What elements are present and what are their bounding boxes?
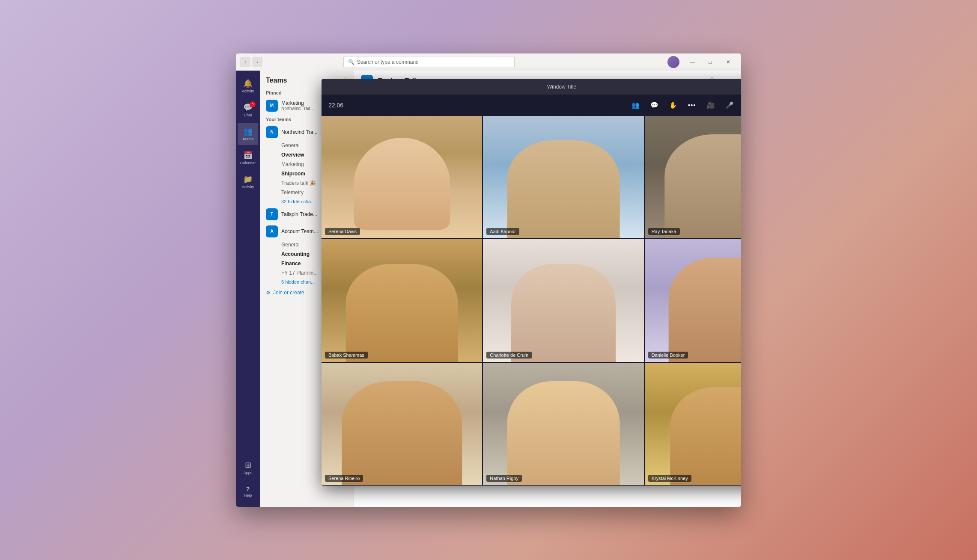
- calendar-label: Calendar: [240, 161, 256, 165]
- join-label: Join or create: [273, 290, 304, 296]
- video-cell-3: Babak Shammas: [322, 239, 482, 362]
- avatar[interactable]: [667, 56, 679, 68]
- sidebar-item-help[interactable]: ? Help: [238, 480, 258, 503]
- teams-label: Teams: [242, 137, 254, 141]
- files-icon: 📁: [243, 175, 253, 184]
- call-actions: 👥 💬 ✋ ••• 🎥 🎤 📤 📞 Leave: [628, 98, 741, 113]
- video-cell-5: Danielle Booker: [645, 239, 741, 362]
- apps-icon: ⊞: [245, 460, 251, 470]
- title-bar-nav: ‹ ›: [240, 57, 262, 67]
- team-name-account: Account Team...: [281, 228, 318, 234]
- search-placeholder: Search or type a command: [357, 59, 419, 65]
- activity-icon: 🔔: [243, 79, 253, 88]
- title-bar: ‹ › 🔍 Search or type a command — □ ✕: [236, 53, 741, 71]
- participant-name-3: Babak Shammas: [325, 352, 368, 359]
- help-label: Help: [244, 493, 252, 498]
- team-avatar-northwind: N: [266, 126, 278, 138]
- left-rail: 🔔 Activity 💬 Chat 5 👥 Teams 📅 Calendar 📁…: [236, 71, 260, 507]
- chat-label: Chat: [244, 113, 252, 117]
- video-cell-8: Krystal McKinney: [645, 363, 741, 486]
- video-cell-7: Nathan Rigby: [483, 363, 643, 486]
- participant-name-7: Nathan Rigby: [486, 475, 522, 482]
- camera-button[interactable]: 🎥: [703, 98, 718, 113]
- mic-button[interactable]: 🎤: [722, 98, 737, 113]
- video-call-overlay: Window Title — □ ✕ 22:06 👥 💬 ✋ ••• 🎥 🎤 📤…: [322, 79, 741, 486]
- maximize-button[interactable]: □: [702, 56, 719, 68]
- chat-badge: 5: [250, 101, 256, 107]
- sidebar-item-chat[interactable]: 💬 Chat 5: [238, 99, 258, 121]
- close-button[interactable]: ✕: [720, 56, 737, 68]
- calendar-icon: 📅: [243, 151, 253, 160]
- back-button[interactable]: ‹: [240, 57, 250, 67]
- call-toolbar: 22:06 👥 💬 ✋ ••• 🎥 🎤 📤 📞 Leave: [322, 95, 741, 116]
- team-avatar-marketing: M: [266, 100, 278, 112]
- team-avatar-account: A: [266, 225, 278, 237]
- search-icon: 🔍: [348, 59, 354, 65]
- window-controls: — □ ✕: [667, 56, 737, 68]
- participant-name-2: Ray Tanaka: [648, 228, 680, 235]
- team-name-marketing: Marketing: [281, 100, 314, 106]
- team-name-northwind: Northwind Tra...: [281, 129, 318, 135]
- sidebar-item-calendar[interactable]: 📅 Calendar: [238, 147, 258, 169]
- video-cell-2: Ray Tanaka: [645, 116, 741, 239]
- people-button[interactable]: 👥: [628, 98, 643, 113]
- sidebar-title: Teams: [266, 77, 287, 84]
- join-icon: ⚙: [266, 290, 271, 296]
- video-title-bar: Window Title — □ ✕: [322, 79, 741, 95]
- activity-label: Activity: [242, 89, 254, 93]
- teams-window: ‹ › 🔍 Search or type a command — □ ✕ 🔔 A…: [236, 53, 741, 507]
- rail-bottom: ⊞ Apps ? Help: [238, 456, 258, 507]
- teams-icon: 👥: [243, 127, 253, 136]
- video-grid: Serena Davis Aadi Kapoor Ray Tanaka Baba…: [322, 116, 741, 486]
- team-sub-marketing: Northwind Trad...: [281, 106, 314, 111]
- files-label: Activity: [242, 185, 254, 189]
- video-window-title: Window Title: [361, 84, 741, 90]
- participant-name-0: Serena Davis: [325, 228, 360, 235]
- share-button[interactable]: 📤: [741, 98, 741, 113]
- video-cell-6: Serena Ribeiro: [322, 363, 482, 486]
- minimize-button[interactable]: —: [684, 56, 701, 68]
- call-time: 22:06: [328, 102, 343, 109]
- video-cell-4: Charlotte de Crum: [483, 239, 643, 362]
- sidebar-item-activity[interactable]: 🔔 Activity: [238, 75, 258, 97]
- help-icon: ?: [246, 486, 250, 492]
- video-cell-1: Aadi Kapoor: [483, 116, 643, 239]
- participant-name-8: Krystal McKinney: [648, 475, 691, 482]
- sidebar-item-files[interactable]: 📁 Activity: [238, 171, 258, 193]
- participant-name-5: Danielle Booker: [648, 352, 688, 359]
- more-call-button[interactable]: •••: [684, 98, 700, 113]
- apps-label: Apps: [244, 471, 253, 475]
- chat-call-button[interactable]: 💬: [646, 98, 662, 113]
- team-name-tailspin: Tailspin Trade...: [281, 211, 317, 217]
- raise-hand-button[interactable]: ✋: [665, 98, 681, 113]
- participant-name-4: Charlotte de Crum: [486, 352, 532, 359]
- sidebar-item-apps[interactable]: ⊞ Apps: [238, 456, 258, 479]
- sidebar-item-teams[interactable]: 👥 Teams: [238, 123, 258, 145]
- participant-name-1: Aadi Kapoor: [486, 228, 519, 235]
- participant-name-6: Serena Ribeiro: [325, 475, 363, 482]
- person-serena-davis: [322, 116, 482, 239]
- team-avatar-tailspin: T: [266, 208, 278, 220]
- search-bar[interactable]: 🔍 Search or type a command: [343, 56, 515, 68]
- video-cell-0: Serena Davis: [322, 116, 482, 239]
- forward-button[interactable]: ›: [252, 57, 262, 67]
